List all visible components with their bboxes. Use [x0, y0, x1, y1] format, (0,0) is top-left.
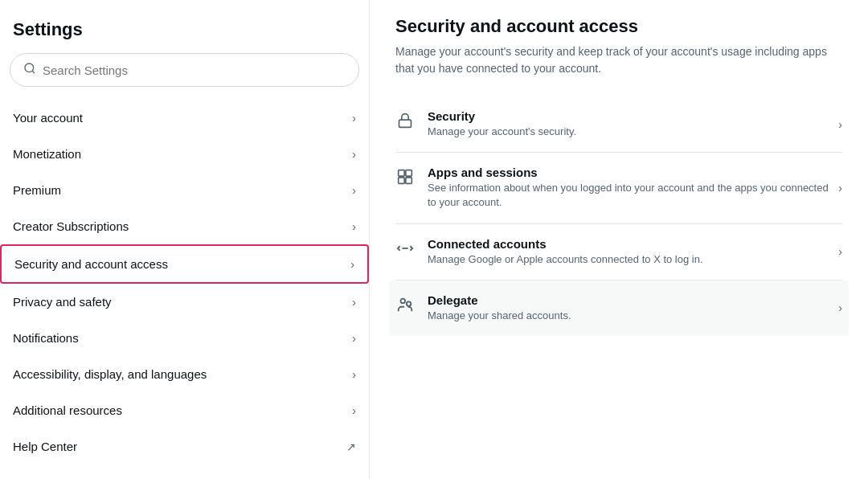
sidebar-title: Settings	[0, 13, 369, 53]
chevron-icon: ›	[352, 112, 356, 125]
setting-item-apps-and-sessions[interactable]: Apps and sessions See information about …	[395, 153, 842, 223]
setting-name-apps: Apps and sessions	[428, 166, 838, 179]
setting-desc-security: Manage your account's security.	[428, 125, 576, 139]
lock-icon	[395, 111, 415, 130]
chevron-icon: ›	[350, 258, 354, 271]
chevron-icon: ›	[352, 184, 356, 197]
sidebar-item-creator-subscriptions[interactable]: Creator Subscriptions ›	[0, 208, 369, 244]
sidebar-item-monetization[interactable]: Monetization ›	[0, 136, 369, 172]
search-input[interactable]	[43, 63, 346, 77]
sidebar-item-accessibility[interactable]: Accessibility, display, and languages ›	[0, 356, 369, 392]
sidebar-item-help-center[interactable]: Help Center ↗	[0, 428, 369, 465]
chevron-icon: ›	[352, 404, 356, 417]
svg-point-8	[407, 301, 411, 306]
chevron-icon: ›	[352, 220, 356, 233]
search-icon	[23, 62, 36, 78]
sidebar-item-additional-resources[interactable]: Additional resources ›	[0, 392, 369, 428]
svg-line-1	[32, 71, 35, 73]
svg-point-7	[401, 298, 406, 303]
sidebar-nav: Your account › Monetization › Premium › …	[0, 100, 369, 465]
svg-rect-5	[399, 178, 405, 184]
svg-rect-2	[399, 120, 411, 127]
page-subtitle: Manage your account's security and keep …	[395, 43, 842, 77]
setting-name-security: Security	[428, 109, 576, 123]
sidebar-item-your-account[interactable]: Your account ›	[0, 100, 369, 136]
chevron-icon: ›	[838, 182, 842, 194]
setting-desc-connected: Manage Google or Apple accounts connecte…	[428, 252, 703, 267]
chevron-icon: ›	[838, 118, 842, 131]
chevron-icon: ›	[838, 301, 842, 314]
setting-name-connected: Connected accounts	[428, 237, 703, 251]
sidebar-item-premium[interactable]: Premium ›	[0, 172, 369, 208]
chevron-icon: ›	[838, 245, 842, 258]
chevron-icon: ›	[352, 148, 356, 161]
svg-rect-4	[406, 170, 411, 177]
external-link-icon: ↗	[346, 440, 356, 453]
setting-item-security[interactable]: Security Manage your account's security.…	[395, 96, 842, 153]
sidebar-item-notifications[interactable]: Notifications ›	[0, 320, 369, 356]
page-title: Security and account access	[395, 16, 842, 37]
chevron-icon: ›	[352, 296, 356, 309]
delegate-icon	[395, 295, 415, 314]
search-box[interactable]	[10, 53, 359, 87]
setting-item-connected-accounts[interactable]: Connected accounts Manage Google or Appl…	[395, 224, 842, 280]
chevron-icon: ›	[352, 368, 356, 381]
svg-point-0	[25, 63, 34, 72]
setting-desc-apps: See information about when you logged in…	[428, 181, 838, 210]
setting-item-delegate[interactable]: Delegate Manage your shared accounts. ›	[389, 280, 849, 336]
setting-name-delegate: Delegate	[428, 293, 571, 307]
main-content: Security and account access Manage your …	[370, 0, 868, 479]
sidebar-item-security-and-account-access[interactable]: Security and account access ›	[0, 244, 369, 284]
chevron-icon: ›	[352, 332, 356, 345]
setting-desc-delegate: Manage your shared accounts.	[428, 309, 571, 323]
connected-accounts-icon	[395, 239, 415, 258]
apps-icon	[395, 167, 415, 186]
svg-rect-3	[399, 170, 405, 177]
sidebar-item-privacy-and-safety[interactable]: Privacy and safety ›	[0, 284, 369, 320]
sidebar: Settings Your account › Monetization › P…	[0, 0, 370, 479]
svg-rect-6	[406, 178, 411, 184]
